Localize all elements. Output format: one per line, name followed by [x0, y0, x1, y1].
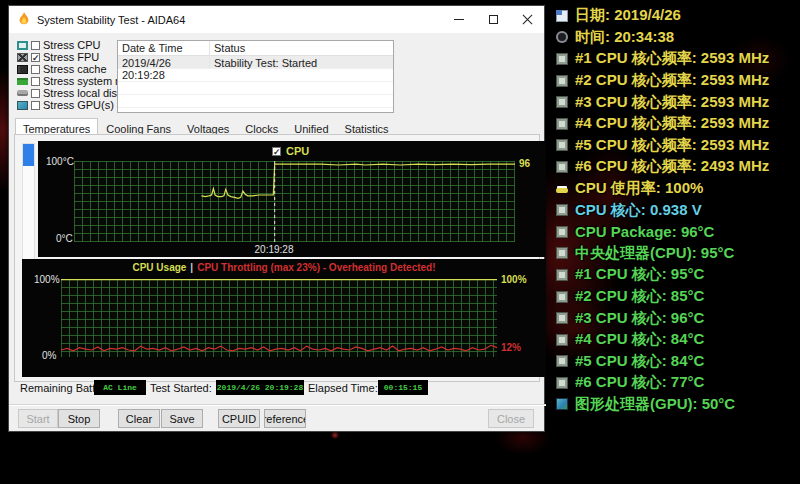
sensor-reading: #5 CPU 核心: 84°C: [575, 352, 704, 371]
sensor-row: #2 CPU 核心: 85°C: [556, 286, 800, 308]
temp-axis-max: 100°C: [46, 156, 74, 167]
stress-checkbox[interactable]: ✓: [31, 53, 40, 62]
stress-option-label: Stress GPU(s): [43, 99, 114, 111]
sensor-row: #2 CPU 核心频率: 2593 MHz: [556, 70, 800, 92]
maximize-icon: [489, 15, 498, 24]
cpu-temperature-chart: ✓ CPU 100°C 0°C 96 20:19:28: [38, 141, 546, 257]
test-started-value: 2019/4/26 20:19:28: [216, 380, 304, 395]
remaining-battery-value: AC Line: [94, 380, 146, 395]
sensor-row: 日期: 2019/4/26: [556, 5, 800, 27]
sensor-reading: #3 CPU 核心: 96°C: [575, 309, 704, 328]
minimize-button[interactable]: [442, 6, 476, 33]
usage-axis-max: 100%: [34, 274, 60, 285]
sensor-reading: CPU 核心: 0.938 V: [575, 201, 702, 220]
start-button[interactable]: Start: [18, 409, 58, 428]
gauge-icon: [556, 188, 568, 193]
stress-option-row: Stress CPU: [17, 39, 117, 51]
log-cell-status: Stability Test: Started: [210, 56, 393, 68]
sensor-reading: 日期: 2019/4/26: [575, 6, 681, 25]
temp-chart-plot: [74, 161, 515, 242]
sensor-row: #6 CPU 核心频率: 2493 MHz: [556, 156, 800, 178]
chip-icon: [556, 161, 568, 173]
chip-icon: [556, 118, 568, 130]
sensor-row: 中央处理器(CPU): 95°C: [556, 243, 800, 265]
stress-checkbox[interactable]: [31, 65, 40, 74]
usage-axis-min: 0%: [42, 350, 56, 361]
temperatures-tab-panel: ✓ CPU 100°C 0°C 96 20:19:28 CPU Usage|CP…: [14, 134, 540, 382]
cpu-throttling-line: [61, 345, 497, 351]
clock-icon: [556, 31, 568, 43]
chip-icon: [556, 269, 568, 281]
stress-option-row: ✓Stress FPU: [17, 51, 117, 63]
stop-button[interactable]: Stop: [58, 409, 100, 428]
sensor-reading: #3 CPU 核心频率: 2593 MHz: [575, 93, 769, 112]
close-icon: [522, 14, 533, 25]
stress-option-row: Stress local disks: [17, 87, 117, 99]
log-cell-datetime: 2019/4/26 20:19:28: [118, 56, 210, 68]
throttle-current-value: 12%: [501, 342, 521, 353]
cpu-usage-chart: CPU Usage|CPU Throttling (max 23%) - Ove…: [22, 259, 546, 377]
column-status: Status: [210, 41, 393, 55]
log-empty-row: [118, 82, 393, 95]
stress-option-label: Stress CPU: [43, 39, 100, 51]
sensor-reading: CPU 使用率: 100%: [575, 179, 703, 198]
column-date-time: Date & Time: [118, 41, 210, 55]
sensor-row: #1 CPU 核心: 95°C: [556, 264, 800, 286]
stress-option-row: Stress GPU(s): [17, 99, 117, 111]
sensor-row: #5 CPU 核心: 84°C: [556, 351, 800, 373]
chip-icon: [556, 355, 568, 367]
stress-option-label: Stress FPU: [43, 51, 99, 63]
sensor-reading: #6 CPU 核心: 77°C: [575, 373, 704, 392]
desktop: System Stability Test - AIDA64 Stress CP…: [0, 0, 800, 484]
test-started-label: Test Started:: [150, 382, 212, 394]
close-window-button[interactable]: Close: [488, 409, 534, 428]
cpu-icon: [17, 41, 28, 50]
temp-time-tick: 20:19:28: [249, 244, 299, 255]
sensor-row: CPU 使用率: 100%: [556, 178, 800, 200]
cpuid-button[interactable]: CPUID: [218, 409, 260, 428]
sensor-row: #4 CPU 核心频率: 2593 MHz: [556, 113, 800, 135]
stress-checkbox[interactable]: [31, 89, 40, 98]
close-button[interactable]: [510, 6, 544, 33]
stress-checkbox[interactable]: [31, 101, 40, 110]
aida64-stability-test-window: System Stability Test - AIDA64 Stress CP…: [8, 5, 545, 432]
maximize-button[interactable]: [476, 6, 510, 33]
sensor-row: #3 CPU 核心: 96°C: [556, 307, 800, 329]
sensor-reading: #4 CPU 核心频率: 2593 MHz: [575, 114, 769, 133]
chip-icon: [556, 312, 568, 324]
log-table-header: Date & Time Status: [118, 41, 393, 56]
save-button[interactable]: Save: [161, 409, 203, 428]
stress-option-row: Stress cache: [17, 63, 117, 75]
usage-right-max: 100%: [501, 274, 527, 285]
throttling-alert-text: CPU Throttling (max 23%) - Overheating D…: [197, 262, 435, 273]
sensor-reading: #1 CPU 核心: 95°C: [575, 265, 704, 284]
chart-scrollbar[interactable]: [22, 143, 35, 271]
chip-icon: [556, 247, 568, 259]
event-log-table[interactable]: Date & Time Status 2019/4/26 20:19:28 St…: [117, 40, 394, 113]
stress-option-row: Stress system mem: [17, 75, 117, 87]
sensor-reading: #6 CPU 核心频率: 2493 MHz: [575, 157, 769, 176]
stress-checkbox[interactable]: [31, 41, 40, 50]
sensor-reading: #2 CPU 核心频率: 2593 MHz: [575, 71, 769, 90]
memory-icon: [17, 78, 28, 85]
chart-cpu-checkbox[interactable]: ✓: [272, 147, 281, 156]
stress-checkbox[interactable]: [31, 77, 40, 86]
title-bar[interactable]: System Stability Test - AIDA64: [9, 6, 544, 33]
sensor-row: 图形处理器(GPU): 50°C: [556, 394, 800, 416]
status-bar: Remaining Battery: AC Line Test Started:…: [9, 380, 546, 398]
chip-icon: [556, 291, 568, 303]
usage-chart-plot: [61, 279, 497, 357]
chip-icon: [556, 334, 568, 346]
usage-title-main: CPU Usage: [132, 262, 186, 273]
log-row[interactable]: 2019/4/26 20:19:28 Stability Test: Start…: [118, 56, 393, 69]
sensor-reading: #2 CPU 核心: 85°C: [575, 287, 704, 306]
log-empty-row: [118, 95, 393, 108]
temp-current-value: 96: [519, 158, 530, 169]
sensor-row: 时间: 20:34:38: [556, 27, 800, 49]
preferences-button[interactable]: Preferences: [264, 409, 306, 428]
clear-button[interactable]: Clear: [118, 409, 160, 428]
calendar-icon: [556, 10, 568, 22]
scrollbar-thumb[interactable]: [23, 144, 34, 166]
cpu-temperature-line: [201, 164, 515, 198]
sensor-reading: #4 CPU 核心: 84°C: [575, 330, 704, 349]
